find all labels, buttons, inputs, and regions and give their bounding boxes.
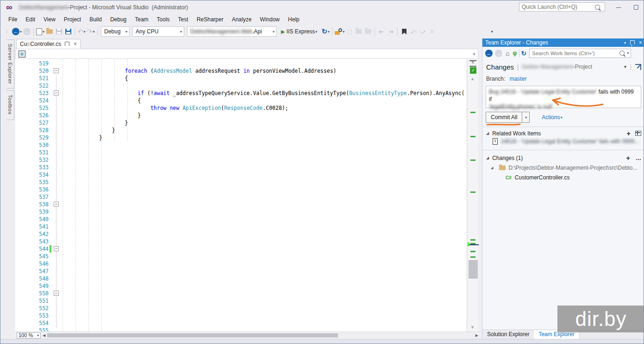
- menu-view[interactable]: View: [39, 15, 60, 24]
- code-line[interactable]: 550−: [15, 290, 466, 297]
- collapse-region-button[interactable]: [355, 26, 363, 37]
- new-file-button[interactable]: ▾: [36, 26, 44, 37]
- code-line[interactable]: 524 {: [15, 97, 466, 104]
- collapse-region-icon[interactable]: −: [54, 90, 59, 96]
- auto-hide-pin-icon[interactable]: [630, 40, 635, 45]
- code-line[interactable]: 539: [15, 208, 466, 216]
- work-item-search-input[interactable]: [530, 50, 619, 57]
- solution-platform-dropdown[interactable]: Any CPU▾: [132, 26, 184, 37]
- code-line[interactable]: 535: [15, 178, 466, 186]
- close-tab-icon[interactable]: ×: [74, 41, 77, 47]
- popout-page-icon[interactable]: [635, 64, 641, 70]
- code-line[interactable]: 553: [15, 312, 466, 319]
- add-change-icon[interactable]: +: [626, 155, 630, 161]
- te-refresh-icon[interactable]: ↻: [521, 50, 527, 57]
- code-line[interactable]: 545: [15, 253, 466, 260]
- refresh-button[interactable]: ↻▾: [321, 26, 330, 37]
- code-analysis-ok-icon[interactable]: ✓: [470, 67, 476, 74]
- code-line[interactable]: 537: [15, 193, 466, 201]
- menu-resharper[interactable]: ReSharper: [193, 15, 228, 24]
- next-bookmark-button[interactable]: ⤻: [419, 26, 427, 37]
- sidebar-tab-toolbox[interactable]: Toolbox: [6, 90, 14, 120]
- code-line[interactable]: 519: [15, 60, 466, 67]
- related-work-items-header[interactable]: ◢ Related Work Items +: [486, 129, 641, 138]
- te-forward-icon[interactable]: →: [495, 50, 502, 57]
- navigation-bar[interactable]: ◍ ▾: [15, 49, 478, 59]
- menu-debug[interactable]: Debug: [106, 15, 131, 24]
- te-back-icon[interactable]: ←: [485, 50, 493, 57]
- code-line[interactable]: 541: [15, 223, 466, 230]
- code-line[interactable]: 547: [15, 268, 466, 275]
- selection-box-button[interactable]: ⬚: [345, 26, 354, 37]
- collapse-region-icon[interactable]: −: [54, 246, 59, 251]
- code-line[interactable]: 529 }: [15, 134, 466, 141]
- save-button[interactable]: [55, 26, 63, 37]
- collapse-triangle-icon[interactable]: ◢: [491, 166, 493, 170]
- code-line[interactable]: 538−: [15, 201, 466, 208]
- menu-team[interactable]: Team: [131, 15, 152, 24]
- code-line[interactable]: 530: [15, 141, 466, 149]
- collapse-region-icon[interactable]: −: [54, 291, 59, 296]
- menu-project[interactable]: Project: [60, 15, 85, 24]
- changes-folder-row[interactable]: ◢ D:\Projects\Debtor-Management-Project\…: [491, 165, 643, 171]
- collapse-region-icon[interactable]: −: [54, 202, 59, 207]
- scroll-right-icon[interactable]: ▶: [474, 333, 480, 338]
- collapse-region-icon[interactable]: −: [54, 68, 59, 73]
- code-line[interactable]: 546: [15, 260, 466, 268]
- menu-help[interactable]: Help: [284, 15, 304, 24]
- scroll-left-icon[interactable]: ◀: [41, 333, 47, 338]
- code-line[interactable]: 551: [15, 297, 466, 305]
- menu-build[interactable]: Build: [85, 15, 106, 24]
- code-line[interactable]: 532: [15, 156, 466, 164]
- changed-file-row[interactable]: C# CustomerController.cs: [506, 174, 570, 181]
- code-line[interactable]: 525 throw new ApiException(ResponseCode.…: [15, 104, 466, 112]
- navigate-forward-button[interactable]: →: [23, 26, 31, 37]
- save-all-button[interactable]: [64, 26, 72, 37]
- code-line[interactable]: 549: [15, 282, 466, 290]
- code-line[interactable]: 536: [15, 186, 466, 193]
- menu-edit[interactable]: Edit: [21, 15, 39, 24]
- quick-launch-input[interactable]: [519, 3, 595, 11]
- code-line[interactable]: 523− if (!await _addressTypeQueryService…: [15, 89, 466, 97]
- expand-region-button[interactable]: [364, 26, 372, 37]
- open-query-icon[interactable]: [635, 131, 641, 136]
- previous-bookmark-button[interactable]: ⤺: [409, 26, 418, 37]
- menu-test[interactable]: Test: [174, 15, 193, 24]
- startup-project-dropdown[interactable]: DebtorManagement.Web.Api▾: [187, 26, 277, 37]
- actions-dropdown[interactable]: Actions▾: [542, 112, 562, 123]
- pages-dropdown-icon[interactable]: ▾: [624, 64, 626, 69]
- pin-tab-icon[interactable]: [65, 42, 69, 46]
- code-line[interactable]: 521 {: [15, 75, 466, 82]
- code-line[interactable]: 534: [15, 171, 466, 178]
- code-line[interactable]: 526 }: [15, 112, 466, 119]
- increase-indent-button[interactable]: ⇥: [387, 26, 395, 37]
- close-panel-icon[interactable]: ×: [639, 39, 642, 46]
- start-debugging-button[interactable]: ▶ IIS Express▾: [281, 26, 317, 37]
- code-line[interactable]: 528 }: [15, 127, 466, 134]
- vertical-scrollbar[interactable]: ⇅ ✓ ▲ ▼: [467, 59, 478, 331]
- quick-launch-box[interactable]: [519, 2, 605, 12]
- commit-all-button[interactable]: Commit All: [486, 112, 522, 123]
- menu-window[interactable]: Window: [256, 15, 284, 24]
- code-line[interactable]: 544−: [15, 245, 466, 253]
- minimize-button[interactable]: —: [613, 2, 625, 12]
- find-in-files-button[interactable]: ▾: [335, 26, 344, 37]
- commit-message-box[interactable]: Bug 24516 - 'Update Legal Entity Custome…: [486, 86, 641, 108]
- undo-button[interactable]: ↶▾: [77, 26, 86, 37]
- code-editor[interactable]: 519520− foreach (AddressModel addressReq…: [15, 59, 466, 331]
- collapse-triangle-icon[interactable]: ◢: [486, 131, 489, 135]
- open-file-button[interactable]: [45, 26, 54, 37]
- commit-all-dropdown[interactable]: ▾: [522, 112, 530, 123]
- horizontal-scrollbar[interactable]: 100 %▾ ◀ ▶: [15, 331, 481, 338]
- horizontal-scrollbar-thumb[interactable]: [47, 333, 338, 338]
- code-line[interactable]: 522: [15, 82, 466, 89]
- document-tab[interactable]: CustomerController.cs ×: [16, 39, 81, 49]
- collapse-triangle-icon[interactable]: ◢: [486, 156, 489, 160]
- split-window-handle[interactable]: ⇅: [469, 60, 476, 67]
- branch-link[interactable]: master: [510, 76, 527, 82]
- code-line[interactable]: 554: [15, 319, 466, 327]
- home-icon[interactable]: ⌂: [506, 50, 509, 57]
- sidebar-tab-server-explorer[interactable]: Server Explorer: [6, 39, 14, 89]
- connect-icon[interactable]: ψ: [513, 50, 517, 57]
- work-item-row[interactable]: ! 24516 - 'Update Legal Entity Customer'…: [493, 138, 639, 145]
